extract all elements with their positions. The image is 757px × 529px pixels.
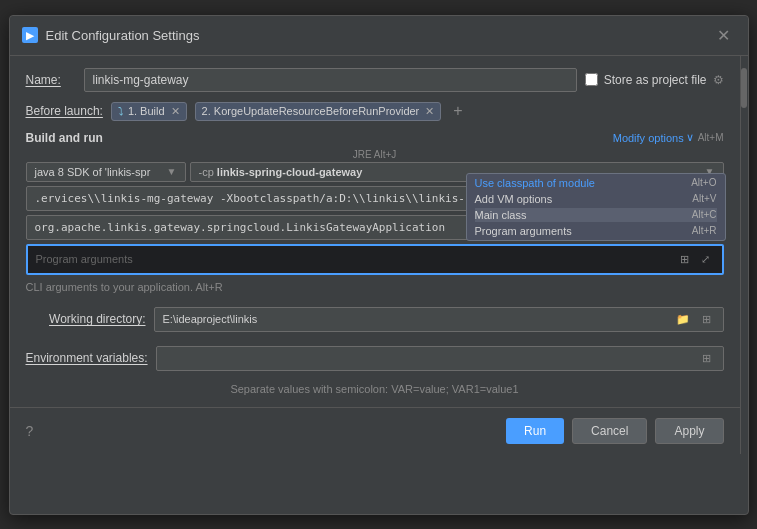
store-label: Store as project file [604, 73, 707, 87]
title-bar: ▶ Edit Configuration Settings ✕ [10, 16, 748, 56]
launch-tag-1[interactable]: ⤵ 1. Build ✕ [111, 102, 187, 121]
working-dir-label: Working directory: [26, 312, 146, 326]
footer-buttons: Run Cancel Apply [506, 418, 723, 444]
tooltip-main-class[interactable]: Main class Alt+C [475, 208, 717, 222]
working-dir-expand-icon[interactable]: ⊞ [698, 311, 715, 328]
prog-args-fullscreen-icon[interactable]: ⤢ [697, 251, 714, 268]
title-bar-left: ▶ Edit Configuration Settings [22, 27, 200, 43]
working-dir-row: Working directory: E:\ideaproject\linkis… [26, 307, 724, 332]
tag2-label: 2. KorgeUpdateResourceBeforeRunProvider [202, 105, 420, 117]
prog-args-expand-icon[interactable]: ⊞ [676, 251, 693, 268]
use-classpath-shortcut: Alt+O [691, 177, 716, 189]
env-vars-expand-icon[interactable]: ⊞ [698, 350, 715, 367]
scroll-thumb [741, 68, 747, 108]
program-args-field[interactable]: Program arguments ⊞ ⤢ [26, 244, 724, 275]
modify-shortcut: Alt+M [698, 132, 724, 143]
apply-button[interactable]: Apply [655, 418, 723, 444]
gear-icon[interactable]: ⚙ [713, 73, 724, 87]
add-launch-button[interactable]: + [449, 102, 466, 120]
help-button[interactable]: ? [26, 423, 34, 439]
tooltip-prog-args[interactable]: Program arguments Alt+R [475, 224, 717, 238]
sdk-section: JRE Alt+J java 8 SDK of 'linkis-spr ▼ -c… [26, 149, 724, 182]
working-dir-value: E:\ideaproject\linkis [163, 313, 258, 325]
cli-hint: CLI arguments to your application. Alt+R [26, 281, 724, 293]
env-vars-icons: ⊞ [698, 350, 715, 367]
prog-args-placeholder: Program arguments [36, 253, 133, 265]
tooltip-add-vm[interactable]: Add VM options Alt+V [475, 192, 717, 206]
build-icon: ⤵ [118, 105, 124, 117]
env-vars-label: Environment variables: [26, 351, 148, 365]
jre-hint: JRE Alt+J [26, 149, 724, 160]
main-class-shortcut: Alt+C [692, 209, 717, 221]
prog-args-icons: ⊞ ⤢ [676, 251, 714, 268]
add-vm-shortcut: Alt+V [692, 193, 716, 205]
env-vars-field[interactable]: ⊞ [156, 346, 724, 371]
dialog-icon: ▶ [22, 27, 38, 43]
store-checkbox[interactable] [585, 73, 598, 86]
working-dir-field[interactable]: E:\ideaproject\linkis 📁 ⊞ [154, 307, 724, 332]
scrollbar[interactable] [740, 56, 748, 454]
tag1-label: 1. Build [128, 105, 165, 117]
env-hint: Separate values with semicolon: VAR=valu… [26, 383, 724, 395]
section-header: Build and run Modify options ∨ Alt+M [26, 131, 724, 145]
cp-prefix: -cp [199, 166, 217, 178]
modify-options-link[interactable]: Modify options ∨ [613, 131, 694, 144]
cp-value: linkis-spring-cloud-gateway [217, 166, 362, 178]
name-label: Name: [26, 73, 76, 87]
main-class-value: org.apache.linkis.gateway.springcloud.Li… [35, 221, 446, 234]
prog-args-shortcut: Alt+R [692, 225, 717, 237]
before-launch-row: Before launch: ⤵ 1. Build ✕ 2. KorgeUpda… [26, 102, 724, 121]
tooltip-use-classpath[interactable]: Use classpath of module Alt+O [475, 176, 717, 190]
run-button[interactable]: Run [506, 418, 564, 444]
working-dir-icons: 📁 ⊞ [672, 311, 715, 328]
build-run-section: Build and run Modify options ∨ Alt+M JRE… [26, 131, 724, 293]
edit-config-dialog: ▶ Edit Configuration Settings ✕ Name: St… [9, 15, 749, 515]
use-classpath-label: Use classpath of module [475, 177, 595, 189]
section-title: Build and run [26, 131, 103, 145]
sdk-dropdown-arrow: ▼ [167, 166, 177, 177]
working-dir-folder-icon[interactable]: 📁 [672, 311, 694, 328]
env-vars-row: Environment variables: ⊞ [26, 346, 724, 371]
main-class-label: Main class [475, 209, 527, 221]
store-row: Store as project file ⚙ [585, 73, 724, 87]
launch-tag-2[interactable]: 2. KorgeUpdateResourceBeforeRunProvider … [195, 102, 442, 121]
name-input[interactable] [84, 68, 577, 92]
prog-args-label: Program arguments [475, 225, 572, 237]
options-tooltip: Use classpath of module Alt+O Add VM opt… [466, 173, 726, 241]
dialog-body: Name: Store as project file ⚙ Before lau… [10, 56, 740, 407]
sdk-select[interactable]: java 8 SDK of 'linkis-spr ▼ [26, 162, 186, 182]
dialog-title: Edit Configuration Settings [46, 28, 200, 43]
dialog-footer: ? Run Cancel Apply [10, 407, 740, 454]
add-vm-label: Add VM options [475, 193, 553, 205]
close-button[interactable]: ✕ [711, 24, 736, 47]
tag1-close[interactable]: ✕ [171, 105, 180, 118]
tag2-close[interactable]: ✕ [425, 105, 434, 118]
cancel-button[interactable]: Cancel [572, 418, 647, 444]
name-row: Name: Store as project file ⚙ [26, 68, 724, 92]
before-launch-label: Before launch: [26, 104, 103, 118]
